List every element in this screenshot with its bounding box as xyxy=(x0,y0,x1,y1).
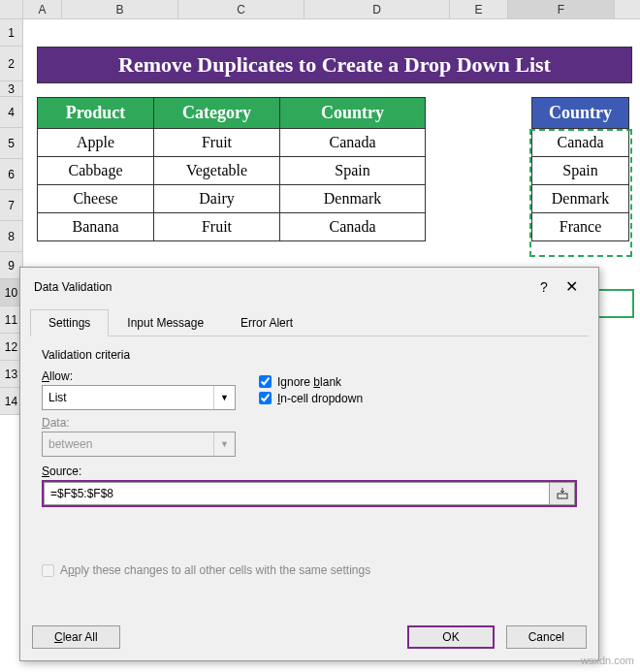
source-label: Source: xyxy=(42,464,81,478)
table-cell[interactable]: France xyxy=(532,213,629,241)
col-b[interactable]: B xyxy=(62,0,178,18)
tab-input-message[interactable]: Input Message xyxy=(109,309,222,336)
ignore-blank-label: Ignore blank xyxy=(277,375,341,389)
chevron-down-icon[interactable]: ▼ xyxy=(213,386,235,409)
row-3[interactable]: 3 xyxy=(0,81,23,97)
criteria-label: Validation criteria xyxy=(42,348,577,362)
row-6[interactable]: 6 xyxy=(0,159,23,190)
table-cell[interactable]: Fruit xyxy=(154,129,280,157)
col-e[interactable]: E xyxy=(450,0,508,18)
table-cell[interactable]: Fruit xyxy=(154,213,280,241)
close-button[interactable]: ✕ xyxy=(558,277,585,296)
table-cell[interactable]: Spain xyxy=(280,157,426,185)
allow-value: List xyxy=(48,391,67,404)
row-2[interactable]: 2 xyxy=(0,47,23,81)
table-cell[interactable]: Apple xyxy=(38,129,154,157)
cancel-button[interactable]: Cancel xyxy=(506,625,587,649)
data-dropdown: between ▼ xyxy=(42,432,236,457)
col-a[interactable]: A xyxy=(23,0,62,18)
table-cell[interactable]: Cheese xyxy=(38,185,154,213)
table-cell[interactable]: Canada xyxy=(280,129,426,157)
th-country[interactable]: Country xyxy=(280,98,426,129)
table-cell[interactable]: Banana xyxy=(38,213,154,241)
th-category[interactable]: Category xyxy=(154,98,280,129)
dialog-tabs: Settings Input Message Error Alert xyxy=(30,309,589,336)
select-all-corner[interactable] xyxy=(0,0,23,18)
allow-label: Allow: xyxy=(42,369,236,383)
table-cell[interactable]: Denmark xyxy=(532,185,629,213)
table-cell[interactable]: Dairy xyxy=(154,185,280,213)
source-input[interactable]: =$F$5:$F$8 xyxy=(44,482,550,505)
help-button[interactable]: ? xyxy=(530,279,558,295)
apply-all-label: Apply these changes to all other cells w… xyxy=(60,563,370,577)
th-country2[interactable]: Country xyxy=(532,98,629,129)
table-cell[interactable]: Canada xyxy=(280,213,426,241)
clear-all-button[interactable]: Clear All xyxy=(32,625,120,649)
ignore-blank-checkbox[interactable] xyxy=(259,375,272,388)
range-picker-button[interactable] xyxy=(550,482,575,505)
col-d[interactable]: D xyxy=(304,0,450,18)
data-value: between xyxy=(48,437,92,451)
tab-error-alert[interactable]: Error Alert xyxy=(222,309,311,336)
title-banner: Remove Duplicates to Create a Drop Down … xyxy=(37,47,632,83)
data-label: Data: xyxy=(42,416,236,430)
dialog-title: Data Validation xyxy=(34,280,530,294)
apply-all-checkbox xyxy=(42,564,54,577)
column-headers: A B C D E F xyxy=(0,0,640,19)
table-cell[interactable]: Denmark xyxy=(280,185,426,213)
incell-label: In-cell dropdown xyxy=(277,392,363,405)
th-product[interactable]: Product xyxy=(38,98,154,129)
table-cell[interactable]: Spain xyxy=(532,157,629,185)
dialog-titlebar[interactable]: Data Validation ? ✕ xyxy=(20,268,598,305)
table-cell[interactable]: Vegetable xyxy=(154,157,280,185)
country-table: Country Canada Spain Denmark France xyxy=(531,97,629,241)
incell-dropdown-checkbox[interactable] xyxy=(259,392,272,404)
table-cell[interactable]: Cabbage xyxy=(38,157,154,185)
allow-dropdown[interactable]: List ▼ xyxy=(42,385,236,410)
ok-button[interactable]: OK xyxy=(407,625,494,649)
row-5[interactable]: 5 xyxy=(0,128,23,159)
tab-settings[interactable]: Settings xyxy=(30,309,109,336)
row-4[interactable]: 4 xyxy=(0,97,23,128)
main-table: Product Category Country AppleFruitCanad… xyxy=(37,97,426,241)
col-c[interactable]: C xyxy=(178,0,304,18)
watermark: wsxdn.com xyxy=(581,655,634,666)
range-picker-icon xyxy=(557,488,568,499)
row-1[interactable]: 1 xyxy=(0,19,23,47)
col-f[interactable]: F xyxy=(508,0,615,18)
chevron-down-icon: ▼ xyxy=(213,432,235,456)
row-8[interactable]: 8 xyxy=(0,221,23,252)
data-validation-dialog: Data Validation ? ✕ Settings Input Messa… xyxy=(19,267,599,661)
row-7[interactable]: 7 xyxy=(0,190,23,221)
svg-rect-0 xyxy=(558,494,567,498)
table-cell[interactable]: Canada xyxy=(532,129,629,157)
